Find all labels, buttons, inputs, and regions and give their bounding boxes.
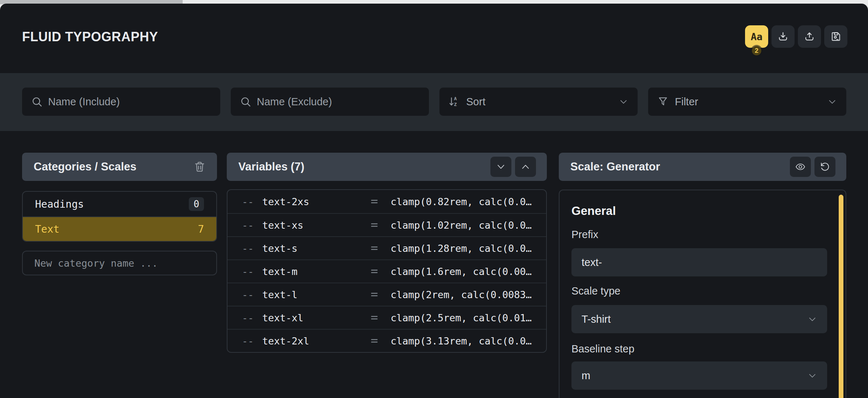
baseline-step-select[interactable]: m (571, 361, 827, 390)
variable-name: text-xl (262, 312, 369, 323)
category-name: Text (35, 223, 198, 235)
upload-icon (804, 31, 815, 42)
funnel-filter-icon (657, 96, 669, 108)
categories-panel-header: Categories / Scales (22, 153, 217, 181)
filter-bar: A Z Sort Filter (0, 73, 868, 131)
aa-typography-icon: Aa (751, 31, 763, 42)
variable-row[interactable]: -- text-xs clamp(1.02rem, calc(0.0… (227, 213, 546, 236)
header-actions: Aa 2 (745, 25, 847, 48)
equals-icon (369, 243, 380, 254)
typography-count-badge: 2 (752, 46, 761, 55)
chevron-down-icon (807, 370, 818, 381)
category-row-text[interactable]: Text 7 (23, 216, 216, 241)
new-category-input[interactable] (22, 251, 217, 275)
variable-name: text-2xs (262, 196, 369, 207)
variable-row[interactable]: -- text-2xs clamp(0.82rem, calc(0.0… (227, 190, 546, 213)
variable-row[interactable]: -- text-2xl clamp(3.13rem, calc(0.0… (227, 329, 546, 352)
svg-text:Z: Z (454, 102, 457, 107)
import-button[interactable] (771, 25, 795, 48)
scale-type-value: T-shirt (582, 313, 611, 325)
app-screenshot: FLUID TYPOGRAPHY Aa 2 (0, 0, 868, 398)
scale-type-select[interactable]: T-shirt (571, 305, 827, 333)
variables-panel-header: Variables (7) (227, 153, 547, 181)
filter-dropdown[interactable]: Filter (648, 88, 846, 116)
name-include-input[interactable] (48, 96, 220, 108)
chevron-down-icon (618, 96, 629, 107)
equals-icon (369, 335, 380, 346)
export-button[interactable] (798, 25, 821, 48)
variable-name: text-l (262, 289, 369, 300)
equals-icon (369, 312, 380, 323)
generator-scrollbar-thumb[interactable] (839, 195, 843, 398)
category-count-badge: 0 (189, 197, 204, 211)
categories-list: Headings 0 Text 7 (22, 191, 217, 242)
css-var-prefix: -- (242, 266, 262, 277)
sort-alpha-icon: A Z (448, 96, 460, 108)
reset-rotate-ccw-icon (820, 161, 830, 172)
name-exclude-input[interactable] (257, 96, 429, 108)
chevron-down-icon (827, 96, 838, 107)
eye-icon (795, 161, 806, 172)
baseline-step-value: m (582, 370, 590, 382)
variable-row[interactable]: -- text-xl clamp(2.5rem, calc(0.01… (227, 306, 546, 329)
name-exclude-field (231, 88, 429, 116)
variables-list: -- text-2xs clamp(0.82rem, calc(0.0… -- … (227, 189, 547, 353)
scale-type-label: Scale type (571, 284, 620, 297)
equals-icon (369, 266, 380, 277)
css-var-prefix: -- (242, 196, 262, 207)
variable-value: clamp(3.13rem, calc(0.0… (391, 335, 546, 347)
sort-label: Sort (466, 96, 485, 108)
chevron-up-icon (520, 161, 531, 172)
categories-title: Categories / Scales (34, 160, 136, 173)
general-section-heading: General (571, 204, 616, 218)
category-row-headings[interactable]: Headings 0 (23, 192, 216, 216)
expand-all-button[interactable] (515, 157, 536, 177)
css-var-prefix: -- (242, 312, 262, 323)
chevron-down-icon (495, 161, 506, 172)
variable-value: clamp(2rem, calc(0.0083… (391, 289, 546, 300)
trash-icon[interactable] (193, 160, 206, 173)
variable-name: text-xs (262, 220, 369, 231)
filter-label: Filter (675, 96, 698, 108)
reset-button[interactable] (814, 157, 835, 177)
category-name: Headings (35, 198, 189, 210)
generator-title: Scale: Generator (570, 160, 660, 173)
sort-dropdown[interactable]: A Z Sort (439, 88, 638, 116)
css-var-prefix: -- (242, 243, 262, 254)
download-icon (777, 31, 789, 42)
variable-value: clamp(1.02rem, calc(0.0… (391, 220, 546, 231)
css-var-prefix: -- (242, 220, 262, 231)
css-var-prefix: -- (242, 289, 262, 300)
generator-panel: General Prefix Scale type T-shirt Baseli… (559, 190, 846, 398)
preview-button[interactable] (790, 157, 811, 177)
variable-name: text-s (262, 243, 369, 254)
chevron-down-icon (807, 314, 818, 325)
variable-value: clamp(1.6rem, calc(0.00… (391, 266, 546, 277)
css-var-prefix: -- (242, 335, 262, 347)
prefix-input[interactable] (571, 248, 827, 276)
app-window: FLUID TYPOGRAPHY Aa 2 (0, 4, 868, 398)
equals-icon (369, 196, 380, 207)
page-title: FLUID TYPOGRAPHY (22, 29, 158, 45)
save-floppy-icon (830, 31, 842, 42)
prefix-label: Prefix (571, 228, 598, 241)
baseline-step-label: Baseline step (571, 342, 634, 355)
variable-name: text-m (262, 266, 369, 277)
variable-row[interactable]: -- text-m clamp(1.6rem, calc(0.00… (227, 259, 546, 283)
generator-panel-header: Scale: Generator (559, 153, 846, 181)
variable-row[interactable]: -- text-s clamp(1.28rem, calc(0.0… (227, 236, 546, 259)
category-count: 7 (198, 223, 204, 235)
variables-title: Variables (7) (238, 160, 305, 173)
search-icon (239, 96, 252, 108)
variable-value: clamp(0.82rem, calc(0.0… (391, 196, 546, 207)
variable-value: clamp(2.5rem, calc(0.01… (391, 312, 546, 323)
variable-row[interactable]: -- text-l clamp(2rem, calc(0.0083… (227, 283, 546, 306)
search-icon (31, 96, 43, 108)
svg-text:A: A (454, 96, 457, 101)
variable-name: text-2xl (262, 335, 369, 347)
equals-icon (369, 289, 380, 300)
save-button[interactable] (824, 25, 847, 48)
collapse-all-button[interactable] (490, 157, 511, 177)
name-include-field (22, 88, 220, 116)
typography-settings-button[interactable]: Aa 2 (745, 25, 768, 48)
